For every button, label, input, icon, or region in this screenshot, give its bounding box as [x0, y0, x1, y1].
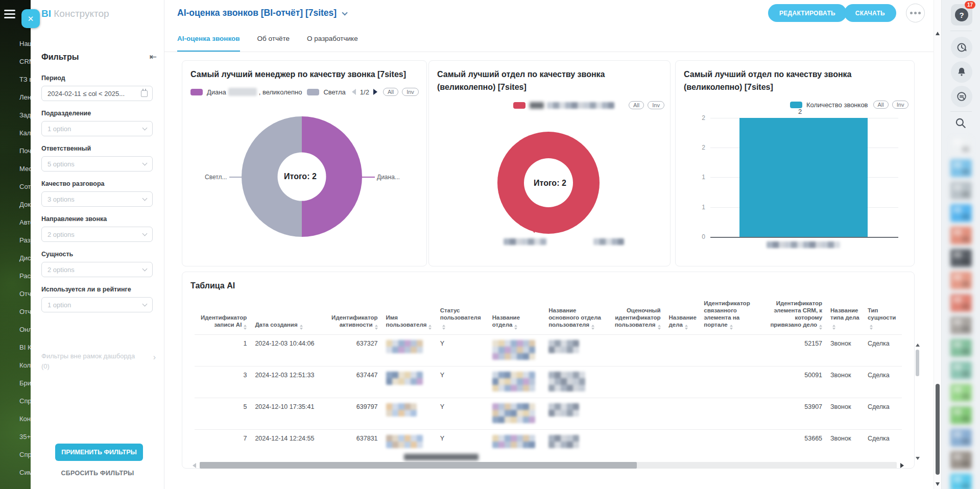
- reset-filters-button[interactable]: СБРОСИТЬ ФИЛЬТРЫ: [31, 470, 164, 477]
- col-activity-id[interactable]: Идентификатор активности: [320, 298, 382, 335]
- pulse-timer-button[interactable]: [951, 37, 972, 58]
- scroll-down-icon[interactable]: [936, 482, 940, 486]
- sidebar-item[interactable]: Кале: [0, 124, 31, 142]
- legend-next-page-icon[interactable]: [373, 89, 377, 95]
- help-button[interactable]: ? 17: [951, 4, 972, 26]
- recent-item-thumbnail[interactable]: [950, 227, 972, 244]
- sidebar-item[interactable]: Сотр: [0, 178, 31, 195]
- recent-item-thumbnail[interactable]: [950, 316, 972, 334]
- sidebar-item[interactable]: 35+: [0, 428, 31, 446]
- close-slider-button[interactable]: ✕: [21, 9, 40, 28]
- collapse-panel-icon[interactable]: ⇤: [150, 52, 157, 62]
- direction-select[interactable]: 2 options: [41, 227, 153, 242]
- search-button[interactable]: [954, 116, 967, 132]
- recent-item-thumbnail[interactable]: [950, 474, 972, 489]
- legend-inv-button[interactable]: Inv: [892, 101, 909, 109]
- sidebar-item[interactable]: ТЗ в: [0, 70, 31, 88]
- responsible-select[interactable]: 5 options: [41, 156, 153, 172]
- scrollbar-thumb[interactable]: [936, 384, 940, 475]
- legend-prev-page-icon[interactable]: [352, 89, 356, 95]
- sidebar-item[interactable]: Доку: [0, 195, 31, 213]
- scroll-down-icon[interactable]: [916, 457, 920, 460]
- recent-item-thumbnail[interactable]: [950, 159, 972, 177]
- recent-item-thumbnail[interactable]: [950, 182, 972, 200]
- sidebar-item[interactable]: Онла: [0, 321, 31, 338]
- sidebar-item[interactable]: Симв: [0, 463, 31, 481]
- tab-about-developer[interactable]: О разработчике: [307, 27, 358, 52]
- edit-button[interactable]: РЕДАКТИРОВАТЬ: [768, 4, 847, 22]
- scroll-right-icon[interactable]: [900, 463, 904, 468]
- sidebar-item[interactable]: Разр: [0, 231, 31, 249]
- recent-item-thumbnail[interactable]: [950, 272, 972, 289]
- hamburger-menu-icon[interactable]: [4, 10, 15, 18]
- legend-inv-button[interactable]: Inv: [648, 101, 664, 109]
- messenger-button[interactable]: [951, 86, 972, 107]
- col-user-status[interactable]: Статус пользователя: [436, 298, 488, 335]
- recent-item-thumbnail[interactable]: [950, 406, 972, 424]
- recent-item-thumbnail[interactable]: [950, 204, 972, 222]
- sidebar-item[interactable]: Зада: [0, 106, 31, 124]
- sidebar-item[interactable]: Бриф: [0, 374, 31, 392]
- recent-item-thumbnail[interactable]: [950, 137, 972, 155]
- sidebar-item[interactable]: Лент: [0, 88, 31, 106]
- sidebar-item[interactable]: CRM: [0, 53, 31, 70]
- col-ai-record-id[interactable]: Идентификатор записи AI: [195, 298, 251, 335]
- recent-item-thumbnail[interactable]: [950, 384, 972, 402]
- tab-about-report[interactable]: Об отчёте: [257, 27, 290, 52]
- recent-item-thumbnail[interactable]: [950, 339, 972, 357]
- scroll-up-icon[interactable]: [916, 344, 920, 347]
- table-row[interactable]: 3 2024-12-03 12:51:33 637447 Y 50091 Зво…: [195, 366, 902, 398]
- sidebar-item[interactable]: Спра: [0, 392, 31, 410]
- download-button[interactable]: СКАЧАТЬ: [844, 4, 896, 22]
- sidebar-item[interactable]: Диск: [0, 249, 31, 267]
- sidebar-item[interactable]: Месс: [0, 160, 31, 178]
- sidebar-item[interactable]: Колл: [0, 356, 31, 374]
- scroll-left-icon[interactable]: [193, 463, 196, 468]
- recent-item-thumbnail[interactable]: [950, 294, 972, 312]
- col-crm-element-id[interactable]: Идентификатор элемента CRM, к которому п…: [761, 298, 826, 335]
- report-title-dropdown[interactable]: AI-оценка звонков [BI-отчёт] [7sites]: [177, 8, 346, 18]
- table-row[interactable]: 1 2024-12-03 10:44:06 637327 Y 52157 Зво…: [195, 335, 902, 366]
- sidebar-item[interactable]: Отчё: [0, 303, 31, 321]
- col-user-name[interactable]: Имя пользователя: [382, 298, 436, 335]
- legend-inv-button[interactable]: Inv: [402, 88, 419, 96]
- notifications-button[interactable]: [951, 61, 972, 83]
- scrollbar-thumb[interactable]: [200, 462, 637, 469]
- table-row[interactable]: 7 2024-12-14 12:24:55 637831 Y 53665 Зво…: [195, 430, 902, 459]
- sidebar-item[interactable]: Отчё: [0, 285, 31, 303]
- col-portal-element-id[interactable]: Идентификатор связанного элемента на пор…: [700, 298, 761, 335]
- table-row[interactable]: 5 2024-12-10 17:35:41 639797 Y 53907 Зво…: [195, 398, 902, 430]
- col-main-dept[interactable]: Название основного отдела пользователя: [544, 298, 606, 335]
- filters-outside-dashboard[interactable]: Фильтры вне рамок дашборда (0) ›: [41, 351, 158, 372]
- sidebar-item[interactable]: Авто: [0, 213, 31, 231]
- apply-filters-button[interactable]: ПРИМЕНИТЬ ФИЛЬТРЫ: [55, 444, 143, 461]
- legend-all-button[interactable]: All: [873, 101, 889, 109]
- table-vertical-scrollbar[interactable]: [915, 344, 920, 460]
- recent-item-thumbnail[interactable]: [950, 249, 972, 267]
- col-activity-type[interactable]: Название типа дела: [826, 298, 864, 335]
- col-entity-type[interactable]: Тип сущности: [864, 298, 902, 335]
- legend-all-button[interactable]: All: [629, 101, 644, 109]
- scroll-up-icon[interactable]: [936, 32, 940, 35]
- scrollbar-thumb[interactable]: [916, 350, 919, 376]
- sidebar-item[interactable]: Расч: [0, 267, 31, 285]
- table-horizontal-scrollbar[interactable]: [193, 462, 904, 469]
- col-created[interactable]: Дата создания: [251, 298, 320, 335]
- sidebar-item[interactable]: Наш: [0, 35, 31, 53]
- sidebar-item[interactable]: Коне: [0, 410, 31, 428]
- sidebar-item[interactable]: Почт: [0, 142, 31, 160]
- col-dept-name[interactable]: Название отдела: [488, 298, 544, 335]
- department-select[interactable]: 1 option: [41, 121, 153, 136]
- quality-select[interactable]: 3 options: [41, 191, 153, 207]
- sidebar-item[interactable]: Спра: [0, 446, 31, 463]
- bar-calls-count[interactable]: [739, 118, 868, 237]
- col-score-user-id[interactable]: Оценочный идентификатор пользователя: [606, 298, 665, 335]
- col-deal-name[interactable]: Название дела: [665, 298, 700, 335]
- legend-all-button[interactable]: All: [383, 88, 398, 96]
- main-scrollbar[interactable]: [934, 0, 941, 489]
- recent-item-thumbnail[interactable]: [950, 451, 972, 469]
- more-actions-button[interactable]: [906, 4, 925, 22]
- tab-ai-calls[interactable]: AI-оценка звонков: [177, 27, 240, 52]
- period-date-input[interactable]: 2024-02-11 ≤ col < 2025...: [41, 86, 153, 101]
- entity-select[interactable]: 2 options: [41, 262, 153, 277]
